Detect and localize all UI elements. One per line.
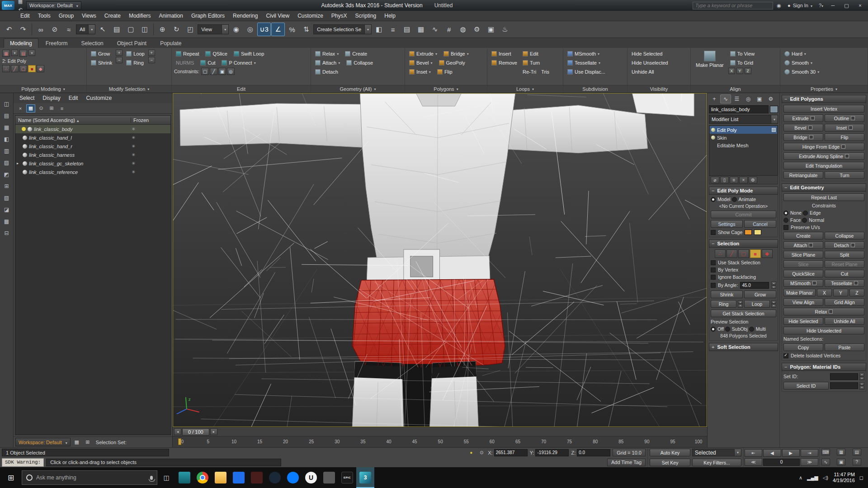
make-planar-button[interactable]: Make Planar — [783, 289, 816, 296]
menu-item[interactable]: Scripting — [351, 11, 381, 20]
track-bar[interactable]: 0510152025303540455055606570758085909510… — [173, 436, 707, 447]
preview-off-radio[interactable]: Off — [711, 326, 724, 332]
go-to-end-icon[interactable]: ⇥ — [801, 449, 818, 457]
edit-triangulation-button[interactable]: Edit Triangulation — [783, 162, 864, 169]
viewport-layout-tab-icon[interactable]: ▤ — [2, 111, 12, 120]
p-connect-button[interactable]: P Connect — [220, 59, 257, 67]
bridge-button[interactable]: Bridge — [783, 133, 823, 141]
insert-loop-button[interactable]: Insert — [490, 50, 519, 58]
unreal-engine-icon[interactable]: U — [302, 467, 320, 488]
tab-utilities-icon[interactable]: ⚙ — [765, 94, 776, 103]
explorer-menu-item[interactable]: Select — [16, 94, 38, 102]
align-to-view-button[interactable]: To View — [728, 50, 756, 58]
viewport-layout-tab-icon[interactable]: ⊟ — [2, 229, 12, 237]
mirror-icon[interactable]: ◧ — [372, 23, 386, 36]
network-icon[interactable]: ▂▄▆ — [807, 475, 818, 481]
dropdown-icon[interactable] — [11, 50, 18, 56]
extrude-along-spline-button[interactable]: Extrude Along Spline — [783, 152, 864, 160]
tab-motion-icon[interactable]: ◎ — [743, 94, 754, 103]
select-and-scale-icon[interactable]: ◰ — [184, 23, 197, 36]
explorer-menu-item[interactable]: Display — [39, 94, 64, 102]
relax-button[interactable]: Relax — [783, 308, 864, 315]
ribbon-tab[interactable]: Freeform — [39, 38, 74, 48]
frozen-toggle-icon[interactable]: ✳ — [132, 169, 170, 174]
align-x-button[interactable]: X — [728, 68, 735, 74]
menu-item[interactable]: Graph Editors — [187, 11, 229, 20]
keyboard-override-icon[interactable]: ⌨ — [821, 449, 830, 455]
preview-toggle-icon[interactable]: ▦ — [2, 50, 10, 57]
add-time-tag[interactable]: Add Time Tag — [607, 459, 646, 466]
scene-object-row[interactable]: ▸ link_classic_hand_r ✳ — [15, 142, 170, 150]
settings-box-icon[interactable] — [851, 116, 855, 120]
relax-button[interactable]: Relax — [313, 50, 340, 58]
previous-frame-icon[interactable]: ◀ — [763, 449, 781, 457]
constraint-none-radio[interactable]: None — [783, 210, 802, 216]
scene-object-row[interactable]: ▸ link_classic_gc_skeleton ✳ — [15, 159, 170, 168]
settings-box-icon[interactable] — [811, 116, 815, 120]
steam-icon[interactable] — [266, 467, 284, 488]
outline-button[interactable]: Outline — [825, 114, 864, 122]
isolate-toggle-icon[interactable]: ▦ — [72, 438, 81, 446]
modifier-stack-item[interactable]: Skin — [710, 134, 777, 141]
settings-button[interactable]: Settings — [711, 220, 743, 228]
planar-x-button[interactable]: X — [817, 289, 832, 296]
vertex-mode-icon[interactable]: ∴ — [2, 65, 10, 72]
rollout-header[interactable]: Selection — [709, 239, 778, 248]
scene-object-row[interactable]: ▸ link_classic_body ✳ — [15, 125, 170, 133]
close-button[interactable]: × — [854, 1, 866, 10]
workspace-dropdown[interactable]: Workspace: Default — [15, 438, 71, 446]
tab-modify-icon[interactable]: ∿ — [720, 94, 731, 103]
plus-icon[interactable]: + — [116, 50, 123, 56]
modifier-bulb-icon[interactable] — [711, 136, 715, 140]
align-y-button[interactable]: Y — [736, 68, 743, 74]
element-mode-icon[interactable]: ◆ — [762, 249, 773, 258]
explorer-menu-item[interactable]: Customize — [82, 94, 115, 102]
isolate-selection-icon[interactable]: ● — [467, 449, 475, 456]
constraint-normal-icon[interactable]: ◎ — [227, 68, 235, 75]
repeat-button[interactable]: Repeat — [174, 50, 201, 58]
attach-button[interactable]: Attach — [313, 59, 342, 67]
lock-explorer-icon[interactable]: ⊙ — [37, 104, 46, 113]
selection-lock-icon[interactable]: ⊙ — [477, 449, 486, 456]
select-and-manipulate-icon[interactable]: ◎ — [243, 23, 257, 36]
tab-create-icon[interactable]: + — [709, 94, 720, 103]
unhide-all-button[interactable]: Unhide All — [825, 317, 864, 325]
rollout-header[interactable]: Edit Geometry — [782, 183, 866, 192]
settings-box-icon[interactable] — [829, 310, 833, 314]
material-editor-icon[interactable]: ◍ — [456, 23, 470, 36]
tab-display-icon[interactable]: ▣ — [754, 94, 765, 103]
retriangulate-button[interactable]: Retriangulate — [783, 171, 823, 179]
nurms-button[interactable]: NURMS — [174, 59, 196, 67]
use-pivot-point-icon[interactable]: ◉ — [229, 23, 243, 36]
show-end-result-icon[interactable]: ▯ — [720, 177, 729, 183]
planar-z-button[interactable]: Z — [849, 289, 864, 296]
ribbon-tab[interactable]: Object Paint — [111, 38, 153, 48]
chrome-icon[interactable] — [193, 467, 212, 488]
photoshop-icon[interactable] — [248, 467, 266, 488]
turn-button[interactable]: Turn — [521, 59, 551, 67]
by-angle-checkbox[interactable] — [711, 283, 716, 288]
section-label[interactable]: Loops — [487, 85, 563, 93]
frozen-toggle-icon[interactable]: ✳ — [132, 144, 170, 149]
constraint-normal-radio[interactable]: Normal — [802, 217, 824, 223]
unlink-selection-icon[interactable]: ⊘ — [48, 23, 61, 36]
align-icon[interactable]: ≡ — [386, 23, 400, 36]
select-object-icon[interactable]: ↖ — [96, 23, 109, 36]
section-label[interactable]: Polygons — [405, 85, 487, 93]
scene-object-row[interactable]: ▸ link_classic_hand_l ✳ — [15, 133, 170, 142]
clear-search-icon[interactable]: × — [16, 104, 25, 113]
selection-filter-dropdown[interactable]: All — [76, 24, 95, 34]
viewport-layout-tab-icon[interactable]: ▦ — [2, 123, 12, 131]
modifier-list-dropdown[interactable]: Modifier List — [709, 115, 778, 124]
explorer-settings-icon[interactable]: ≡ — [57, 104, 66, 113]
settings-box-icon[interactable] — [849, 126, 853, 130]
settings-box-icon[interactable] — [812, 281, 816, 285]
smooth-30-button[interactable]: Smooth 30 — [783, 68, 821, 76]
viewport-layout-tab-icon[interactable]: ▩ — [2, 217, 12, 225]
grid-display-icon[interactable]: ▦ — [837, 449, 845, 455]
viewport-layout-tab-icon[interactable]: ▧ — [2, 193, 12, 202]
ring-spinner[interactable]: ▴▾ — [738, 300, 743, 308]
settings-box-icon[interactable] — [854, 281, 858, 285]
by-angle-spinner[interactable]: ▴▾ — [771, 282, 776, 289]
vertex-mode-icon[interactable]: ∴ — [715, 249, 726, 258]
